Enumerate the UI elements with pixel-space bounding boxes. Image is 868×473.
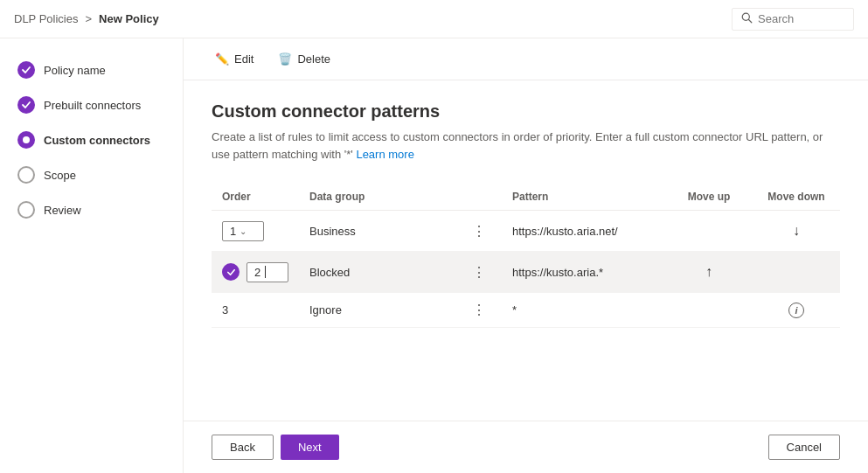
patterns-table: Order Data group Pattern Move up Move do…	[212, 184, 840, 328]
moveup-cell-3	[665, 293, 753, 328]
order-dropdown-1[interactable]: 1 ⌄	[222, 221, 264, 241]
footer-left: Back Next	[212, 435, 339, 460]
datagroup-value-1: Business	[309, 225, 356, 238]
sidebar-label-scope: Scope	[44, 169, 76, 182]
datagroup-value-3: Ignore	[309, 303, 342, 316]
sidebar-check-review	[17, 201, 35, 219]
movedown-cell-1[interactable]: ↓	[753, 211, 840, 252]
top-bar: DLP Policies > New Policy	[0, 0, 868, 38]
action-dots-2[interactable]: ⋮	[467, 263, 491, 282]
order-cell-3: 3	[212, 293, 299, 328]
toolbar: ✏️ Edit 🗑️ Delete	[184, 38, 868, 80]
order-cell-2: 2	[212, 252, 299, 293]
main-layout: Policy name Prebuilt connectors Custom c…	[0, 38, 868, 473]
search-input[interactable]	[758, 12, 844, 25]
edit-button[interactable]: ✏️ Edit	[205, 47, 264, 71]
pattern-cell-3: *	[502, 293, 665, 328]
sidebar-item-policy-name[interactable]: Policy name	[0, 52, 183, 87]
moveup-cell-2[interactable]: ↑	[665, 252, 753, 293]
page-title: Custom connector patterns	[212, 101, 840, 122]
dots-cell-3[interactable]: ⋮	[456, 293, 502, 328]
order-number-3: 3	[222, 303, 228, 316]
datagroup-cell-2: Blocked	[299, 252, 456, 293]
learn-more-link[interactable]: Learn more	[356, 148, 413, 161]
action-dots-1[interactable]: ⋮	[467, 222, 491, 240]
sidebar-item-scope[interactable]: Scope	[0, 157, 183, 192]
order-cell-1: 1 ⌄	[212, 211, 299, 252]
cancel-button[interactable]: Cancel	[768, 435, 840, 460]
delete-label: Delete	[297, 52, 330, 66]
sidebar-label-review: Review	[44, 204, 81, 217]
table-row: 3 Ignore ⋮ * i	[212, 293, 840, 328]
col-header-movedown: Move down	[753, 184, 840, 211]
next-button[interactable]: Next	[281, 435, 339, 460]
delete-icon: 🗑️	[278, 52, 292, 66]
sidebar-check-prebuilt	[17, 96, 35, 114]
sidebar-item-custom-connectors[interactable]: Custom connectors	[0, 122, 183, 157]
delete-button[interactable]: 🗑️ Delete	[267, 47, 341, 71]
sidebar: Policy name Prebuilt connectors Custom c…	[0, 38, 184, 473]
search-icon	[741, 12, 753, 26]
col-header-moveup: Move up	[665, 184, 753, 211]
edit-label: Edit	[234, 52, 253, 66]
datagroup-cell-1: Business	[299, 211, 456, 252]
table-row: 2 Blocked ⋮ https://kusto.ari	[212, 252, 840, 293]
back-button[interactable]: Back	[212, 435, 274, 460]
sidebar-check-scope	[17, 166, 35, 184]
content-area: ✏️ Edit 🗑️ Delete Custom connector patte…	[184, 38, 868, 473]
datagroup-cell-3: Ignore	[299, 293, 456, 328]
sidebar-check-policy-name	[17, 61, 35, 79]
datagroup-value-2: Blocked	[309, 266, 350, 279]
pattern-cell-2: https://kusto.aria.*	[502, 252, 665, 293]
movedown-cell-2	[753, 252, 840, 293]
info-cell-3: i	[753, 293, 840, 328]
breadcrumb-separator: >	[85, 12, 92, 25]
col-header-order: Order	[212, 184, 299, 211]
sidebar-label-prebuilt: Prebuilt connectors	[44, 99, 141, 112]
col-header-dots	[456, 184, 502, 211]
page-content: Custom connector patterns Create a list …	[184, 80, 868, 421]
dots-cell-2[interactable]: ⋮	[456, 252, 502, 293]
order-dropdown-2[interactable]: 2	[247, 262, 288, 282]
table-row: 1 ⌄ Business ⋮ https://kusto.a	[212, 211, 840, 252]
action-dots-3[interactable]: ⋮	[467, 301, 491, 319]
sidebar-label-policy-name: Policy name	[44, 64, 106, 77]
dots-cell-1[interactable]: ⋮	[456, 211, 502, 252]
edit-icon: ✏️	[215, 52, 229, 66]
breadcrumb-parent[interactable]: DLP Policies	[14, 12, 78, 25]
pattern-value-3: *	[512, 303, 517, 316]
page-description: Create a list of rules to limit access t…	[212, 129, 840, 163]
pattern-value-2: https://kusto.aria.*	[512, 266, 603, 279]
col-header-pattern: Pattern	[502, 184, 665, 211]
pattern-cell-1: https://kusto.aria.net/	[502, 211, 665, 252]
search-box[interactable]	[732, 8, 854, 31]
svg-line-1	[749, 19, 752, 22]
moveup-cell-1	[665, 211, 753, 252]
sidebar-label-custom: Custom connectors	[44, 134, 150, 147]
moveup-button-2[interactable]: ↑	[698, 261, 719, 283]
row-check-2	[222, 263, 240, 281]
footer: Back Next Cancel	[184, 421, 868, 473]
sidebar-dot-custom	[17, 131, 35, 149]
movedown-button-1[interactable]: ↓	[786, 219, 807, 242]
breadcrumb-current: New Policy	[99, 12, 159, 25]
pattern-value-1: https://kusto.aria.net/	[512, 225, 618, 238]
breadcrumb: DLP Policies > New Policy	[14, 12, 159, 25]
sidebar-item-prebuilt-connectors[interactable]: Prebuilt connectors	[0, 87, 183, 122]
sidebar-item-review[interactable]: Review	[0, 192, 183, 227]
info-icon-3: i	[788, 303, 804, 318]
col-header-datagroup: Data group	[299, 184, 456, 211]
